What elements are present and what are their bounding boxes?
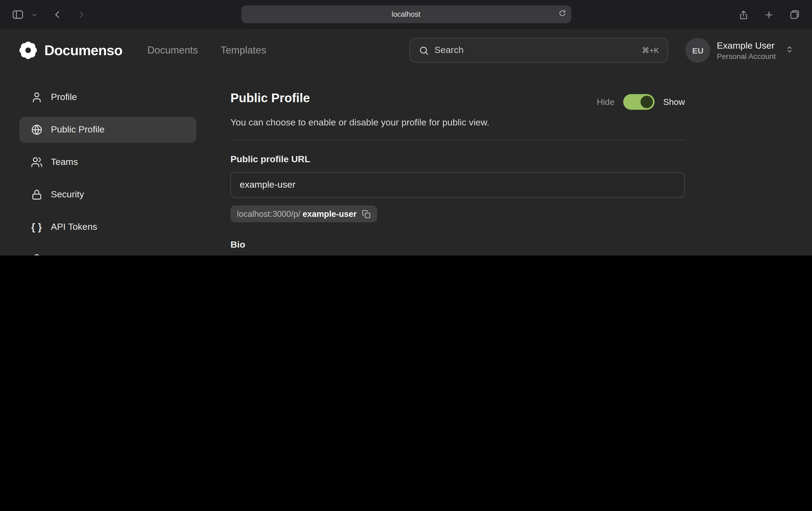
users-icon (31, 156, 43, 168)
profile-url-preview: localhost:3000/p/ example-user (230, 206, 377, 222)
browser-chrome: localhost (0, 0, 812, 29)
sidebar-toggle-icon[interactable] (10, 6, 26, 23)
user-icon (31, 91, 43, 103)
sidebar-item-webhooks[interactable]: Webhooks (20, 247, 196, 256)
toggle-knob (640, 96, 653, 108)
avatar: EU (686, 38, 710, 63)
sidebar-item-label: API Tokens (51, 222, 97, 233)
address-bar-url: localhost (392, 10, 420, 19)
chevron-down-icon[interactable] (29, 9, 39, 20)
documenso-logo-icon (19, 40, 38, 60)
visibility-toggle[interactable] (623, 94, 655, 110)
top-nav: Documents Templates (147, 44, 266, 56)
page-title: Public Profile (230, 91, 310, 106)
copy-icon[interactable] (362, 210, 371, 218)
app-header: Documenso Documents Templates ⌘+K EU Exa… (0, 29, 812, 71)
braces-icon: { } (31, 221, 43, 233)
account-type: Personal Account (717, 52, 776, 61)
search-icon (419, 45, 429, 55)
toggle-show-label: Show (663, 97, 685, 107)
back-icon[interactable] (50, 7, 64, 22)
divider (230, 140, 685, 141)
tabs-overview-icon[interactable] (787, 7, 802, 22)
history-arrows (50, 7, 88, 22)
address-bar[interactable]: localhost (241, 5, 571, 23)
new-tab-icon[interactable] (762, 7, 776, 22)
sidebar-item-label: Profile (51, 92, 77, 103)
public-profile-url-input[interactable] (230, 172, 685, 198)
sidebar-item-teams[interactable]: Teams (20, 149, 196, 175)
search-bar[interactable]: ⌘+K (409, 38, 668, 63)
profile-url-slug: example-user (302, 209, 356, 219)
nav-templates[interactable]: Templates (221, 44, 266, 56)
globe-icon (31, 124, 43, 136)
settings-sidebar: Profile Public Profile Teams Security (0, 71, 199, 256)
sidebar-item-public-profile[interactable]: Public Profile (20, 117, 196, 143)
brand[interactable]: Documenso (19, 40, 122, 60)
webhook-icon (31, 253, 43, 256)
account-menu[interactable]: EU Example User Personal Account (686, 38, 793, 63)
reload-icon[interactable] (558, 9, 566, 17)
brand-name: Documenso (45, 42, 122, 59)
page-content: Profile Public Profile Teams Security (0, 71, 812, 256)
sidebar-item-label: Public Profile (51, 124, 105, 135)
app-window: localhost (0, 0, 812, 256)
account-labels: Example User Personal Account (717, 40, 776, 61)
sidebar-item-profile[interactable]: Profile (20, 84, 196, 110)
profile-url-prefix: localhost:3000/p/ (237, 209, 300, 219)
sidebar-item-security[interactable]: Security (20, 182, 196, 208)
search-input[interactable] (434, 45, 636, 56)
search-shortcut: ⌘+K (642, 46, 659, 55)
lock-icon (31, 189, 43, 201)
visibility-toggle-group: Hide Show (597, 94, 685, 110)
title-row: Public Profile Hide Show (230, 87, 685, 110)
forward-icon[interactable] (74, 7, 88, 22)
nav-documents[interactable]: Documents (147, 44, 198, 56)
page-subtitle: You can choose to enable or disable your… (230, 117, 685, 128)
account-name: Example User (717, 40, 776, 52)
bio-field-label: Bio (230, 240, 685, 250)
sidebar-item-label: Security (51, 189, 84, 200)
chevrons-up-down-icon (785, 45, 793, 55)
public-profile-settings: Public Profile Hide Show You can choose … (230, 71, 685, 256)
sidebar-item-label: Webhooks (51, 254, 94, 256)
share-icon[interactable] (736, 7, 751, 22)
toggle-hide-label: Hide (597, 97, 614, 107)
browser-right-controls (736, 7, 802, 22)
url-field-label: Public profile URL (230, 154, 685, 165)
sidebar-item-api-tokens[interactable]: { } API Tokens (20, 214, 196, 240)
browser-left-controls (10, 6, 88, 23)
sidebar-item-label: Teams (51, 157, 78, 168)
